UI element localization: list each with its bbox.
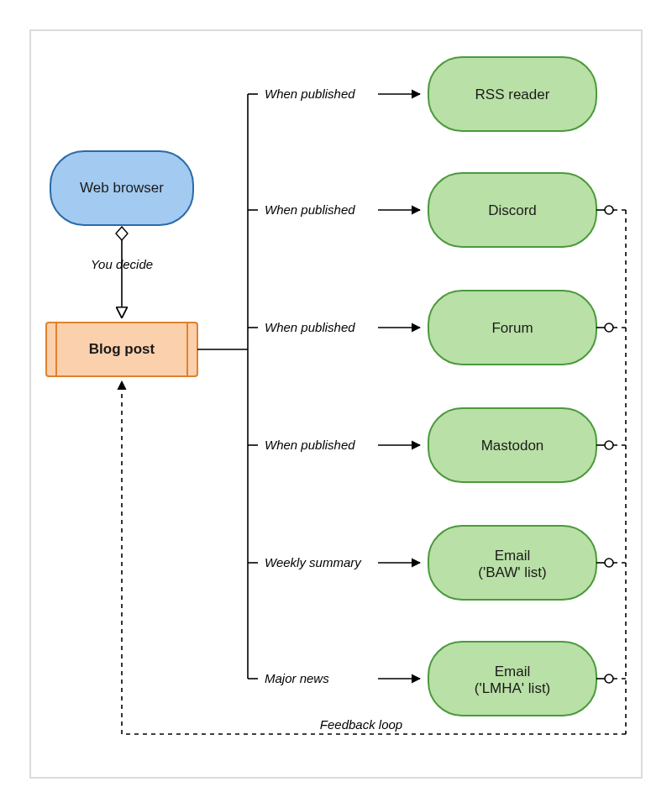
- channel-node-label: Mastodon: [481, 438, 544, 454]
- node-blog-post: Blog post: [46, 323, 197, 376]
- channel-node-label: Forum: [491, 320, 533, 336]
- fanout-trunk: [197, 94, 248, 679]
- feedback-join-icon: [605, 441, 613, 449]
- channel-edge-label: Weekly summary: [265, 555, 362, 569]
- feedback-join-icon: [605, 559, 613, 567]
- feedback-loop-label: Feedback loop: [320, 717, 402, 732]
- channels-group: When publishedRSS readerWhen publishedDi…: [248, 57, 626, 716]
- feedback-join-icon: [605, 323, 613, 332]
- channel-node-label: RSS reader: [475, 87, 550, 102]
- edge-you-decide: You decide: [91, 227, 153, 317]
- svg-marker-1: [116, 227, 128, 240]
- channel-row: When publishedDiscord: [248, 173, 626, 247]
- feedback-join-icon: [605, 206, 613, 214]
- node-blog-post-label: Blog post: [89, 341, 155, 357]
- channel-node-label: Discord: [488, 202, 537, 218]
- channel-row: When publishedRSS reader: [248, 57, 596, 131]
- node-web-browser-label: Web browser: [80, 180, 164, 196]
- channel-row: When publishedMastodon: [248, 408, 626, 482]
- channel-row: Major newsEmail('LMHA' list): [248, 642, 626, 716]
- channel-row: Weekly summaryEmail('BAW' list): [248, 526, 626, 600]
- channel-edge-label: When published: [265, 438, 355, 452]
- feedback-join-icon: [605, 674, 613, 683]
- edge-you-decide-label: You decide: [91, 257, 153, 271]
- channel-edge-label: When published: [265, 320, 355, 334]
- channel-row: When publishedForum: [248, 291, 626, 365]
- channel-edge-label: When published: [265, 87, 355, 101]
- channel-edge-label: When published: [265, 202, 355, 217]
- channel-edge-label: Major news: [265, 671, 329, 685]
- node-web-browser: Web browser: [50, 151, 193, 225]
